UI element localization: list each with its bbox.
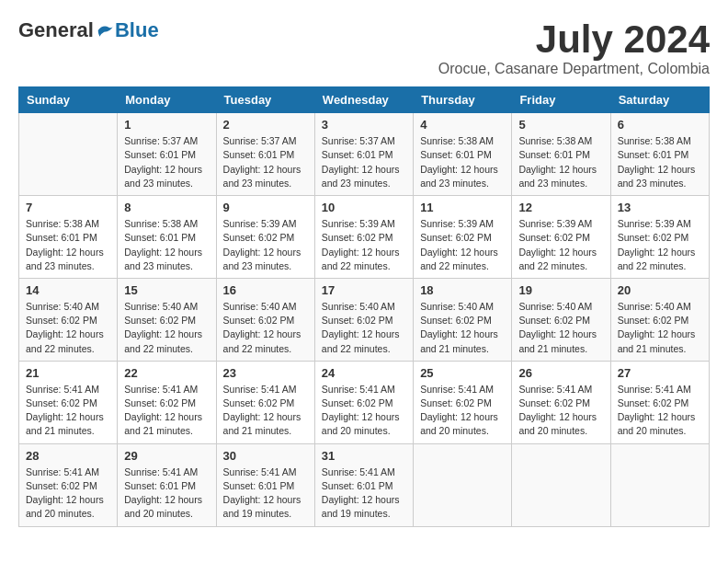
day-info: Sunrise: 5:41 AMSunset: 6:01 PMDaylight:… xyxy=(124,465,209,522)
day-info: Sunrise: 5:38 AMSunset: 6:01 PMDaylight:… xyxy=(420,134,505,190)
calendar-header-row: SundayMondayTuesdayWednesdayThursdayFrid… xyxy=(19,87,710,113)
calendar-week-row: 14Sunrise: 5:40 AMSunset: 6:02 PMDayligh… xyxy=(19,278,710,361)
day-info: Sunrise: 5:38 AMSunset: 6:01 PMDaylight:… xyxy=(518,134,603,190)
calendar-cell: 6Sunrise: 5:38 AMSunset: 6:01 PMDaylight… xyxy=(610,113,709,196)
day-number: 21 xyxy=(26,366,110,380)
day-number: 6 xyxy=(618,118,702,132)
day-number: 17 xyxy=(322,283,406,297)
day-info: Sunrise: 5:39 AMSunset: 6:02 PMDaylight:… xyxy=(518,217,603,273)
day-number: 2 xyxy=(223,118,308,132)
day-info: Sunrise: 5:40 AMSunset: 6:02 PMDaylight:… xyxy=(420,300,505,356)
day-info: Sunrise: 5:41 AMSunset: 6:02 PMDaylight:… xyxy=(322,383,406,439)
calendar-cell: 7Sunrise: 5:38 AMSunset: 6:01 PMDaylight… xyxy=(19,196,118,279)
weekday-header: Thursday xyxy=(414,87,512,113)
calendar-cell: 16Sunrise: 5:40 AMSunset: 6:02 PMDayligh… xyxy=(216,278,314,361)
day-number: 26 xyxy=(518,366,603,380)
day-info: Sunrise: 5:38 AMSunset: 6:01 PMDaylight:… xyxy=(26,217,110,273)
calendar-week-row: 28Sunrise: 5:41 AMSunset: 6:02 PMDayligh… xyxy=(19,443,710,526)
day-number: 15 xyxy=(124,283,209,297)
calendar-cell: 20Sunrise: 5:40 AMSunset: 6:02 PMDayligh… xyxy=(610,278,709,361)
day-info: Sunrise: 5:37 AMSunset: 6:01 PMDaylight:… xyxy=(124,134,209,190)
page-header: General Blue July 2024 Orocue, Casanare … xyxy=(18,18,710,77)
calendar-cell: 23Sunrise: 5:41 AMSunset: 6:02 PMDayligh… xyxy=(216,361,314,443)
calendar-cell xyxy=(610,443,709,526)
day-info: Sunrise: 5:38 AMSunset: 6:01 PMDaylight:… xyxy=(618,134,702,190)
calendar-week-row: 21Sunrise: 5:41 AMSunset: 6:02 PMDayligh… xyxy=(19,361,710,443)
calendar-cell: 30Sunrise: 5:41 AMSunset: 6:01 PMDayligh… xyxy=(216,443,314,526)
day-info: Sunrise: 5:41 AMSunset: 6:02 PMDaylight:… xyxy=(420,383,505,439)
logo-bird-icon xyxy=(97,21,115,40)
calendar-cell: 24Sunrise: 5:41 AMSunset: 6:02 PMDayligh… xyxy=(314,361,413,443)
calendar-cell: 1Sunrise: 5:37 AMSunset: 6:01 PMDaylight… xyxy=(118,113,216,196)
day-info: Sunrise: 5:40 AMSunset: 6:02 PMDaylight:… xyxy=(618,300,702,356)
day-number: 12 xyxy=(518,201,603,214)
weekday-header: Wednesday xyxy=(314,87,413,113)
day-number: 10 xyxy=(322,201,406,214)
day-number: 20 xyxy=(618,283,702,297)
day-info: Sunrise: 5:40 AMSunset: 6:02 PMDaylight:… xyxy=(518,300,603,356)
calendar-table: SundayMondayTuesdayWednesdayThursdayFrid… xyxy=(18,86,710,526)
calendar-cell xyxy=(414,443,512,526)
day-info: Sunrise: 5:41 AMSunset: 6:02 PMDaylight:… xyxy=(518,383,603,439)
day-info: Sunrise: 5:40 AMSunset: 6:02 PMDaylight:… xyxy=(322,300,406,356)
day-info: Sunrise: 5:40 AMSunset: 6:02 PMDaylight:… xyxy=(124,300,209,356)
calendar-cell: 3Sunrise: 5:37 AMSunset: 6:01 PMDaylight… xyxy=(314,113,413,196)
calendar-cell: 27Sunrise: 5:41 AMSunset: 6:02 PMDayligh… xyxy=(610,361,709,443)
day-info: Sunrise: 5:41 AMSunset: 6:02 PMDaylight:… xyxy=(26,465,110,522)
calendar-cell: 14Sunrise: 5:40 AMSunset: 6:02 PMDayligh… xyxy=(19,278,118,361)
day-info: Sunrise: 5:41 AMSunset: 6:02 PMDaylight:… xyxy=(223,383,308,439)
month-title: July 2024 xyxy=(438,18,710,61)
day-number: 28 xyxy=(26,449,110,463)
calendar-cell xyxy=(512,443,610,526)
day-number: 5 xyxy=(518,118,603,132)
logo: General Blue xyxy=(18,18,159,42)
calendar-cell: 29Sunrise: 5:41 AMSunset: 6:01 PMDayligh… xyxy=(118,443,216,526)
calendar-cell: 15Sunrise: 5:40 AMSunset: 6:02 PMDayligh… xyxy=(118,278,216,361)
weekday-header: Sunday xyxy=(19,87,118,113)
calendar-week-row: 7Sunrise: 5:38 AMSunset: 6:01 PMDaylight… xyxy=(19,196,710,279)
day-number: 22 xyxy=(124,366,209,380)
calendar-cell: 11Sunrise: 5:39 AMSunset: 6:02 PMDayligh… xyxy=(414,196,512,279)
calendar-cell: 31Sunrise: 5:41 AMSunset: 6:01 PMDayligh… xyxy=(314,443,413,526)
calendar-cell: 4Sunrise: 5:38 AMSunset: 6:01 PMDaylight… xyxy=(414,113,512,196)
day-number: 8 xyxy=(124,201,209,214)
day-number: 27 xyxy=(618,366,702,380)
logo-general-text: General xyxy=(18,18,94,42)
day-info: Sunrise: 5:41 AMSunset: 6:02 PMDaylight:… xyxy=(26,383,110,439)
day-number: 1 xyxy=(124,118,209,132)
calendar-cell: 12Sunrise: 5:39 AMSunset: 6:02 PMDayligh… xyxy=(512,196,610,279)
calendar-cell xyxy=(19,113,118,196)
weekday-header: Monday xyxy=(118,87,216,113)
calendar-cell: 5Sunrise: 5:38 AMSunset: 6:01 PMDaylight… xyxy=(512,113,610,196)
day-number: 25 xyxy=(420,366,505,380)
calendar-cell: 9Sunrise: 5:39 AMSunset: 6:02 PMDaylight… xyxy=(216,196,314,279)
day-number: 30 xyxy=(223,449,308,463)
calendar-cell: 21Sunrise: 5:41 AMSunset: 6:02 PMDayligh… xyxy=(19,361,118,443)
day-info: Sunrise: 5:40 AMSunset: 6:02 PMDaylight:… xyxy=(223,300,308,356)
day-info: Sunrise: 5:39 AMSunset: 6:02 PMDaylight:… xyxy=(618,217,702,273)
day-number: 19 xyxy=(518,283,603,297)
day-info: Sunrise: 5:41 AMSunset: 6:02 PMDaylight:… xyxy=(124,383,209,439)
calendar-week-row: 1Sunrise: 5:37 AMSunset: 6:01 PMDaylight… xyxy=(19,113,710,196)
day-number: 18 xyxy=(420,283,505,297)
day-number: 7 xyxy=(26,201,110,214)
day-info: Sunrise: 5:41 AMSunset: 6:01 PMDaylight:… xyxy=(223,465,308,522)
day-info: Sunrise: 5:40 AMSunset: 6:02 PMDaylight:… xyxy=(26,300,110,356)
calendar-cell: 28Sunrise: 5:41 AMSunset: 6:02 PMDayligh… xyxy=(19,443,118,526)
logo-blue-text: Blue xyxy=(115,18,159,42)
day-number: 4 xyxy=(420,118,505,132)
calendar-cell: 10Sunrise: 5:39 AMSunset: 6:02 PMDayligh… xyxy=(314,196,413,279)
location-title: Orocue, Casanare Department, Colombia xyxy=(438,61,710,77)
day-info: Sunrise: 5:37 AMSunset: 6:01 PMDaylight:… xyxy=(223,134,308,190)
day-number: 31 xyxy=(322,449,406,463)
calendar-cell: 22Sunrise: 5:41 AMSunset: 6:02 PMDayligh… xyxy=(118,361,216,443)
calendar-cell: 8Sunrise: 5:38 AMSunset: 6:01 PMDaylight… xyxy=(118,196,216,279)
calendar-cell: 26Sunrise: 5:41 AMSunset: 6:02 PMDayligh… xyxy=(512,361,610,443)
calendar-cell: 17Sunrise: 5:40 AMSunset: 6:02 PMDayligh… xyxy=(314,278,413,361)
day-number: 11 xyxy=(420,201,505,214)
day-number: 16 xyxy=(223,283,308,297)
day-number: 13 xyxy=(618,201,702,214)
day-number: 24 xyxy=(322,366,406,380)
day-info: Sunrise: 5:39 AMSunset: 6:02 PMDaylight:… xyxy=(223,217,308,273)
calendar-cell: 25Sunrise: 5:41 AMSunset: 6:02 PMDayligh… xyxy=(414,361,512,443)
